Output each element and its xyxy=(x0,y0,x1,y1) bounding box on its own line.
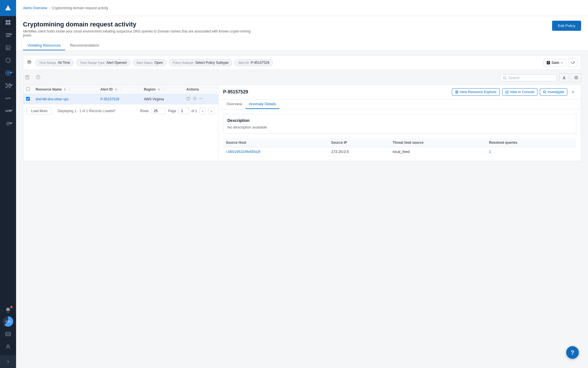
alert-id-sort-icon[interactable]: ⇅ xyxy=(115,88,117,91)
sidebar-item-reports[interactable] xyxy=(0,41,16,54)
tab-recommendation[interactable]: Recommendation xyxy=(65,41,104,50)
main-content: Alerts Overview › Cryptomining domain re… xyxy=(16,0,588,368)
progress-indicator[interactable]: 63% xyxy=(3,316,13,327)
filter-alert-status-label: Alert Status xyxy=(136,61,153,64)
col-actions: Actions xyxy=(183,85,218,94)
page-header: Cryptomining domain request activity Ide… xyxy=(16,16,588,51)
detail-header: P-95157529 View Resource Explorer View i… xyxy=(218,85,581,99)
resource-name-link[interactable]: dnd-lilit-dns-other-vpc xyxy=(36,97,69,101)
view-resource-explorer-label: View Resource Explorer xyxy=(460,90,497,94)
col-threat-feed-source: Threat feed source xyxy=(390,138,486,147)
filter-alert-id[interactable]: Alert ID P-95157529 xyxy=(235,59,273,66)
sidebar-item-alerts[interactable] xyxy=(0,67,16,79)
sidebar-item-settings[interactable] xyxy=(0,117,16,130)
actions-cell xyxy=(183,94,218,104)
snooze-button[interactable] xyxy=(34,74,42,82)
svg-rect-4 xyxy=(8,23,10,25)
sidebar-item-user[interactable] xyxy=(0,340,16,353)
delete-button[interactable] xyxy=(23,74,32,82)
detail-body: Description No description available Sou… xyxy=(218,109,581,161)
sidebar-expand-button[interactable] xyxy=(0,355,16,368)
row-more-icon[interactable] xyxy=(199,97,203,101)
anomaly-table-row: i-060195324fe55fa3f 172.20.0.5 local_fee… xyxy=(223,147,576,156)
sidebar-item-table[interactable] xyxy=(0,328,16,340)
detail-close-button[interactable]: × xyxy=(570,89,576,96)
sidebar-bottom: 63% xyxy=(0,304,16,355)
svg-rect-2 xyxy=(8,20,10,22)
select-all-header xyxy=(23,85,33,94)
page-select[interactable]: 1 xyxy=(179,108,189,114)
filter-time-range[interactable]: Time Range All Time xyxy=(35,59,74,66)
edit-policy-button[interactable]: Edit Policy xyxy=(552,21,581,31)
sidebar-item-shield[interactable] xyxy=(0,54,16,67)
sidebar-item-code[interactable] xyxy=(0,92,16,105)
region-sort-icon[interactable]: ⇅ xyxy=(158,88,160,91)
page-title: Cryptomining domain request activity xyxy=(23,21,253,28)
anomaly-source-host: i-060195324fe55fa3f xyxy=(223,147,328,156)
select-all-checkbox[interactable] xyxy=(26,87,30,91)
filter-policy-subtype[interactable]: Policy Subtype Select Policy Subtype xyxy=(169,59,232,66)
notification-bell[interactable] xyxy=(0,304,16,316)
svg-rect-42 xyxy=(548,63,549,64)
sidebar-item-menu[interactable] xyxy=(0,29,16,41)
sidebar-item-dashboard[interactable] xyxy=(0,16,16,29)
sidebar-item-network[interactable] xyxy=(0,105,16,117)
resource-name-sort-icon[interactable]: ⇅ xyxy=(64,88,66,91)
filter-refresh-button[interactable] xyxy=(568,58,577,67)
region-resize[interactable]: ⋮ xyxy=(162,87,165,91)
resource-table: Resource Name ⇅ ⋮ Alert ID ⇅ ⋮ Region xyxy=(23,85,218,104)
filter-save-button[interactable]: Save xyxy=(543,59,566,66)
split-panel: Resource Name ⇅ ⋮ Alert ID ⇅ ⋮ Region xyxy=(23,85,581,161)
prev-page-button[interactable]: ‹ xyxy=(200,108,206,114)
search-input[interactable] xyxy=(508,76,554,80)
view-in-console-button[interactable]: View in Console xyxy=(502,88,538,96)
filter-time-range-value: All Time xyxy=(58,61,70,65)
help-button[interactable]: ? xyxy=(566,346,579,359)
row-snooze-icon[interactable] xyxy=(193,97,197,101)
download-button[interactable] xyxy=(559,73,569,82)
detail-tab-anomaly-details[interactable]: Anomaly Details xyxy=(245,99,279,109)
col-resolved-queries: Resolved queries xyxy=(486,138,576,147)
columns-button[interactable] xyxy=(571,73,581,82)
resource-name-resize[interactable]: ⋮ xyxy=(68,87,71,91)
filter-alert-status-value: Open xyxy=(154,61,163,65)
alert-id-link[interactable]: P-95157529 xyxy=(100,97,119,101)
view-resource-explorer-button[interactable]: View Resource Explorer xyxy=(452,88,500,96)
next-page-button[interactable]: › xyxy=(208,108,215,114)
col-resource-name: Resource Name ⇅ ⋮ xyxy=(33,85,98,94)
svg-rect-41 xyxy=(548,61,549,62)
display-count: Displaying 1 - 1 of 1 Records Loaded* xyxy=(57,109,115,113)
filter-alert-status[interactable]: Alert Status Open xyxy=(133,59,167,66)
alert-id-resize[interactable]: ⋮ xyxy=(119,87,123,91)
content-area: Time Range All Time Time Range Type Aler… xyxy=(16,51,588,368)
anomaly-threat-feed: local_feed xyxy=(390,147,486,156)
table-row[interactable]: dnd-lilit-dns-other-vpc P-95157529 AWS V… xyxy=(23,94,218,104)
svg-point-68 xyxy=(202,98,202,99)
row-delete-icon[interactable] xyxy=(186,97,190,101)
sidebar-item-deploy[interactable] xyxy=(0,79,16,92)
svg-line-24 xyxy=(7,97,9,99)
detail-panel: P-95157529 View Resource Explorer View i… xyxy=(218,85,581,161)
alert-id-cell: P-95157529 xyxy=(98,94,141,104)
pagination-right: Rows 25 50 100 Page 1 of 1 ‹ › xyxy=(140,108,215,114)
notification-dot xyxy=(10,306,13,308)
detail-tab-overview[interactable]: Overview xyxy=(223,99,245,109)
investigate-button[interactable]: Investigate xyxy=(540,88,567,96)
table-panel: Resource Name ⇅ ⋮ Alert ID ⇅ ⋮ Region xyxy=(23,85,218,161)
breadcrumb: Alerts Overview › Cryptomining domain re… xyxy=(23,6,108,10)
detail-id: P-95157529 xyxy=(223,89,248,95)
tab-violating-resources[interactable]: Violating Resources xyxy=(23,41,65,50)
load-more-button[interactable]: Load More xyxy=(27,107,52,115)
resolved-queries-link[interactable]: 1 xyxy=(489,150,491,154)
topbar: Alerts Overview › Cryptomining domain re… xyxy=(16,0,588,16)
actions-label: Actions xyxy=(186,87,199,91)
anomaly-resolved-queries: 1 xyxy=(486,147,576,156)
row-checkbox[interactable] xyxy=(26,97,30,101)
filter-policy-subtype-value: Select Policy Subtype xyxy=(195,61,229,65)
source-host-link[interactable]: i-060195324fe55fa3f xyxy=(226,150,260,154)
filter-time-range-type[interactable]: Time Range Type Alert Opened xyxy=(76,59,130,66)
rows-select[interactable]: 25 50 100 xyxy=(151,108,166,114)
breadcrumb-parent[interactable]: Alerts Overview xyxy=(23,6,47,10)
sidebar-logo[interactable] xyxy=(0,0,16,16)
filter-time-range-type-value: Alert Opened xyxy=(106,61,127,65)
